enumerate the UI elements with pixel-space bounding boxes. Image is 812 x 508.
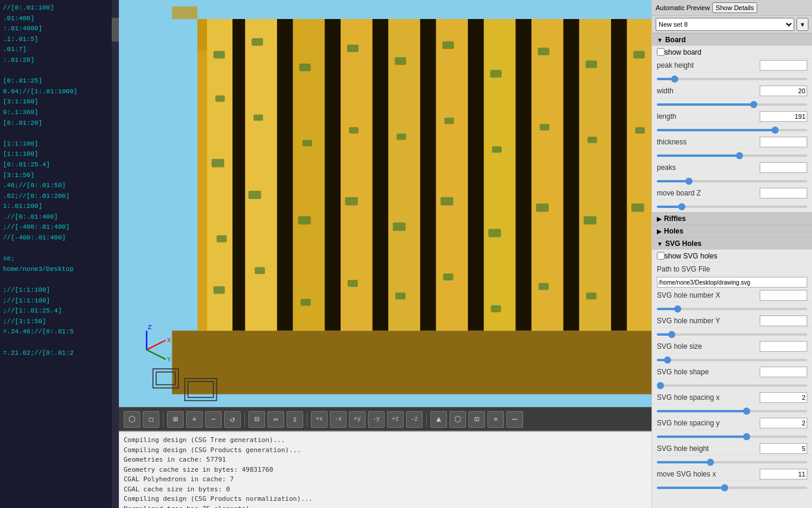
wireframe-btn[interactable]: ⬡ xyxy=(449,411,466,428)
code-line: :.01:4000] xyxy=(3,24,116,34)
code-line: .1:.01:5] xyxy=(3,34,116,45)
svg-rect-50 xyxy=(490,70,502,78)
peak-height-input[interactable] xyxy=(760,60,807,71)
board-section-header[interactable]: ▼ Board xyxy=(652,33,812,46)
svg-hole-spacing-y-input[interactable] xyxy=(760,418,807,428)
svg-hole-shape-slider[interactable] xyxy=(657,384,807,387)
console-line: Geometry cache size in bytes: 49831760 xyxy=(124,465,647,475)
svg-hole-shape-row: SVG hole shape xyxy=(652,365,812,379)
peak-height-slider[interactable] xyxy=(657,78,807,80)
axis-x-btn[interactable]: +x xyxy=(311,411,328,428)
thickness-slider[interactable] xyxy=(657,154,807,157)
svg-hole-spacing-x-input[interactable] xyxy=(760,392,807,403)
svg-hole-size-input[interactable] xyxy=(760,341,807,352)
code-line: ;//[1:.01:25.4] xyxy=(3,306,116,317)
svg-rect-37 xyxy=(301,299,311,306)
perspective-btn[interactable]: ⬡ xyxy=(124,411,140,428)
peak-height-row: peak height xyxy=(652,59,812,72)
bottom-toolbar: ⬡ ◻ ⊞ + − ↺ ⊟ ⇔ ⇕ +x -x +y -y +z -z ▲ ⬡ … xyxy=(119,407,652,431)
holes-section-header[interactable]: ▶ Holes xyxy=(652,225,812,237)
scrollbar-thumb[interactable] xyxy=(112,18,119,42)
show-details-btn[interactable]: Show Details xyxy=(712,2,757,13)
svg-hole-shape-label: SVG hole shape xyxy=(657,368,760,376)
svg-holes-section-header[interactable]: ▼ SVG Holes xyxy=(652,237,812,250)
path-to-svg-label: Path to SVG File xyxy=(657,265,807,273)
console-line: Compiling design (CSG Products normaliza… xyxy=(124,494,647,504)
reset-view-btn[interactable]: ↺ xyxy=(224,411,241,428)
code-line: [1:1:100] xyxy=(3,149,116,160)
svg-hole-size-slider[interactable] xyxy=(657,359,807,361)
svg-rect-62 xyxy=(633,51,644,59)
width-slider-row xyxy=(652,98,812,110)
viewport[interactable]: X Y Z xyxy=(119,0,652,407)
zoom-in-btn[interactable]: + xyxy=(186,411,203,428)
svg-hole-spacing-y-slider[interactable] xyxy=(657,436,807,438)
show-board-checkbox[interactable] xyxy=(657,48,665,56)
axis-neg-y-btn[interactable]: -y xyxy=(368,411,385,428)
move-board-z-slider-row xyxy=(652,200,812,212)
move-board-z-slider[interactable] xyxy=(657,206,807,208)
show-svg-holes-row: show SVG holes xyxy=(652,250,812,263)
view-16-btn[interactable]: ⊞ xyxy=(487,411,504,428)
svg-hole-spacing-x-slider[interactable] xyxy=(657,410,807,412)
svg-hole-number-x-input[interactable] xyxy=(760,290,807,301)
code-line: .//[0:.01:400] xyxy=(3,212,116,223)
svg-hole-spacing-y-label: SVG hole spacing y xyxy=(657,419,760,427)
length-input[interactable] xyxy=(760,111,807,122)
orthographic-btn[interactable]: ◻ xyxy=(143,411,159,428)
console: Compiling design (CSG Tree generation)..… xyxy=(119,431,652,508)
svg-hole-shape-input[interactable] xyxy=(760,367,807,377)
svg-hole-number-y-slider[interactable] xyxy=(657,333,807,336)
svg-hole-number-y-input[interactable] xyxy=(760,315,807,326)
show-svg-holes-checkbox[interactable] xyxy=(657,252,665,260)
code-line xyxy=(3,128,116,139)
move-svg-holes-x-slider[interactable] xyxy=(657,487,807,489)
mirror-x-btn[interactable]: ⇔ xyxy=(267,411,284,428)
thickness-input[interactable] xyxy=(760,137,807,147)
svg-marker-19 xyxy=(564,19,580,330)
preset-dropdown[interactable]: New set 8 xyxy=(656,18,794,31)
svg-hole-size-label: SVG hole size xyxy=(657,342,760,351)
peak-height-label: peak height xyxy=(657,61,760,70)
holes-section-label: Holes xyxy=(664,227,684,235)
render-preview-btn[interactable]: ▲ xyxy=(430,411,447,428)
mirror-y-btn[interactable]: ⇕ xyxy=(287,411,303,428)
scrollbar[interactable] xyxy=(112,0,119,508)
axis-z-btn[interactable]: +z xyxy=(387,411,404,428)
svg-rect-46 xyxy=(442,42,454,49)
svg-hole-height-input[interactable] xyxy=(760,443,807,454)
svg-marker-22 xyxy=(627,19,652,330)
svg-hole-spacing-x-label: SVG hole spacing x xyxy=(657,393,760,402)
svg-hole-number-x-slider[interactable] xyxy=(657,308,807,310)
width-input[interactable] xyxy=(760,86,807,96)
riffles-section-header[interactable]: ▶ Riffles xyxy=(652,212,812,225)
svg-hole-number-x-label: SVG hole number X xyxy=(657,291,760,299)
axis-neg-z-btn[interactable]: -z xyxy=(406,411,423,428)
svg-rect-41 xyxy=(348,280,358,287)
code-line: ;//[-400:.01:400] xyxy=(3,222,116,233)
svg-hole-height-slider[interactable] xyxy=(657,461,807,463)
svg-path-input[interactable] xyxy=(657,277,807,288)
code-line xyxy=(3,274,116,285)
show-board-label: show board xyxy=(665,48,701,56)
preset-dropdown-arrow[interactable]: ▼ xyxy=(797,18,808,31)
move-board-z-input[interactable] xyxy=(760,188,807,198)
svg-rect-33 xyxy=(255,267,265,274)
svg-marker-15 xyxy=(468,19,484,330)
view-all-btn[interactable]: ⊟ xyxy=(248,411,265,428)
svg-rect-59 xyxy=(587,137,597,143)
selection-btn[interactable]: ⋯ xyxy=(506,411,523,428)
peaks-slider[interactable] xyxy=(657,180,807,182)
svg-rect-25 xyxy=(213,51,225,59)
width-slider[interactable] xyxy=(657,103,807,106)
measure-btn[interactable]: ⊡ xyxy=(468,411,485,428)
axis-neg-x-btn[interactable]: -x xyxy=(330,411,347,428)
zoom-fit-btn[interactable]: ⊞ xyxy=(167,411,184,428)
length-slider[interactable] xyxy=(657,129,807,131)
move-svg-holes-x-input[interactable] xyxy=(760,469,807,479)
separator-4 xyxy=(426,412,427,427)
axis-y-btn[interactable]: +y xyxy=(349,411,366,428)
zoom-out-btn[interactable]: − xyxy=(205,411,222,428)
peaks-input[interactable] xyxy=(760,162,807,173)
code-line xyxy=(3,337,116,348)
